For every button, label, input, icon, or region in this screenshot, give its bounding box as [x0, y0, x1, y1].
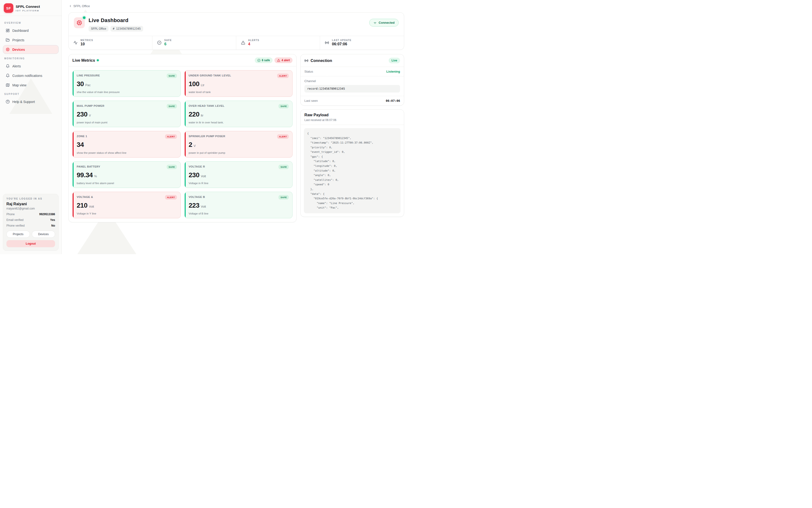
stat-value: 06:07:06	[332, 42, 352, 46]
user-detail-value: No	[51, 224, 55, 227]
safe-count-badge: 6 safe	[255, 57, 273, 63]
bell-icon	[6, 64, 10, 68]
user-detail-label: Email verified	[6, 218, 24, 222]
stat-cell-alerts: ALERTS4	[236, 36, 320, 50]
user-detail-row: Phone verifiedNo	[6, 224, 55, 227]
metric-card-voltage-b: VOLTAGE BSAFE223VoltVoltage of B line	[185, 192, 293, 218]
check-icon	[157, 41, 161, 45]
dashboard-icon	[6, 29, 10, 33]
chip-icon	[6, 47, 10, 51]
metric-description: Voltage in R line	[189, 182, 289, 184]
stat-value: 4	[248, 42, 259, 46]
breadcrumb-label: SFPL Office	[73, 4, 90, 8]
metric-status-badge: SAFE	[279, 165, 289, 169]
status-value: Listening	[386, 70, 400, 73]
metric-status-badge: ALERT	[165, 134, 177, 139]
app-logo: SF	[4, 3, 13, 13]
sidebar-item-map-view[interactable]: Map view	[3, 81, 58, 89]
warning-icon	[241, 41, 245, 45]
metric-unit: V	[194, 144, 196, 147]
connection-status-row: Status Listening	[300, 67, 404, 76]
live-metrics-panel: Live Metrics 6 safe 4 alert	[68, 54, 296, 222]
raw-payload-body: { "imei": "123456789012345", "timestamp"…	[300, 125, 404, 217]
stat-value: 10	[80, 42, 93, 46]
sidebar-item-projects[interactable]: Projects	[3, 36, 58, 44]
warning-triangle-icon	[277, 59, 280, 62]
metric-value: 210	[77, 202, 87, 209]
sidebar-item-custom-notifications[interactable]: Custom notifications	[3, 71, 58, 80]
metric-card-line-pressure: LINE PRESSURESAFE30Pacshw the value of m…	[72, 70, 181, 97]
metric-unit: Volt	[201, 205, 206, 208]
metric-description: water level of tank	[189, 91, 289, 93]
live-metrics-title-text: Live Metrics	[72, 58, 95, 62]
metric-description: Voltage of B line	[189, 212, 289, 215]
metric-unit: Pac	[85, 83, 90, 87]
device-id-badge: # 123456789012345	[110, 26, 143, 32]
map-icon	[6, 83, 10, 87]
metric-unit: V	[89, 114, 91, 117]
user-detail-value: 9929513386	[39, 213, 55, 216]
last-seen-label: Last seen	[304, 99, 318, 102]
metric-value: 230	[77, 111, 87, 118]
metric-card-zone-1: ZONE 1ALERT34show the power status of sh…	[72, 131, 181, 158]
wifi-icon	[373, 21, 377, 25]
live-metrics-badges: 6 safe 4 alert	[255, 57, 292, 63]
breadcrumb-back-link[interactable]: SFPL Office	[69, 4, 90, 8]
metric-value: 220	[189, 111, 199, 118]
safe-count-label: 6 safe	[262, 58, 270, 62]
logout-button[interactable]: Logout	[6, 240, 55, 247]
folder-icon	[6, 38, 10, 42]
device-header-card: Live Dashboard SFPL Office # 12345678901…	[68, 12, 404, 50]
metric-status-badge: SAFE	[167, 104, 177, 109]
page-title: Live Dashboard	[88, 17, 369, 24]
sidebar-item-devices[interactable]: Devices	[3, 45, 58, 54]
sidebar-item-help-support[interactable]: Help & Support	[3, 97, 58, 106]
metric-status-badge: ALERT	[277, 74, 289, 78]
stat-label: METRICS	[80, 39, 93, 42]
metric-unit: %	[94, 174, 97, 178]
metric-value: 223	[189, 202, 199, 209]
user-details: Phone9929513386Email verifiedYesPhone ve…	[6, 213, 55, 227]
raw-payload-subtitle: Last received at 06:07:06	[304, 118, 400, 122]
live-indicator-dot	[97, 59, 99, 61]
status-label: Status	[304, 70, 313, 73]
stat-label: SAFE	[164, 39, 172, 42]
metric-name: SPRINKLER PUMP POSER	[189, 134, 225, 138]
metric-name: VOLTAGE &	[77, 195, 93, 198]
main-content: SFPL Office Live Dashboard SFPL Office #…	[62, 0, 406, 254]
raw-payload-panel: Raw Payload Last received at 06:07:06 { …	[300, 110, 404, 217]
device-header-top: Live Dashboard SFPL Office # 12345678901…	[69, 12, 404, 36]
metric-unit: ltr	[201, 114, 203, 117]
nav-section-label: MONITORING	[4, 57, 57, 60]
sidebar-item-label: Projects	[12, 38, 25, 42]
metric-status-badge: SAFE	[279, 104, 289, 109]
alert-count-label: 4 alert	[282, 58, 290, 62]
metric-status-badge: ALERT	[165, 195, 177, 200]
content-columns: Live Metrics 6 safe 4 alert	[68, 54, 404, 222]
devices-button[interactable]: Devices	[32, 230, 55, 238]
connection-panel: Connection Live Status Listening Channel…	[300, 54, 404, 105]
metric-status-badge: SAFE	[167, 74, 177, 78]
user-email: rraiyani62@gmail.com	[6, 207, 55, 210]
sidebar-item-dashboard[interactable]: Dashboard	[3, 26, 58, 35]
user-card: YOU'RE LOGGED IN AS Raj Raiyani rraiyani…	[3, 194, 58, 251]
user-detail-label: Phone verified	[6, 224, 25, 227]
metric-status-badge: SAFE	[167, 165, 177, 169]
bell-icon	[6, 74, 10, 78]
metric-card-voltage: VOLTAGE &ALERT210VoltVoltage in Y line	[72, 192, 181, 218]
projects-button[interactable]: Projects	[6, 230, 30, 238]
nav-section-label: SUPPORT	[4, 93, 57, 95]
user-detail-value: Yes	[50, 218, 55, 222]
metric-description: power in put of sprinkler pump	[189, 152, 289, 154]
stat-cell-metrics: METRICS10	[69, 36, 153, 50]
stat-label: LAST UPDATE	[332, 39, 352, 42]
metric-unit: Volt	[201, 174, 206, 178]
sidebar-item-label: Map view	[12, 83, 26, 87]
app-root: SF SFPL Connect IOT PLATFORM OVERVIEWDas…	[0, 0, 406, 254]
metric-description: show the power status of show affect lin…	[77, 152, 177, 154]
sidebar-item-alerts[interactable]: Alerts	[3, 62, 58, 71]
channel-value: record:123456789012345	[304, 85, 400, 92]
app-brand-text: SFPL Connect IOT PLATFORM	[16, 4, 40, 12]
metric-name: ZONE 1	[77, 134, 87, 138]
metric-name: VOLTAGE B	[189, 195, 205, 198]
